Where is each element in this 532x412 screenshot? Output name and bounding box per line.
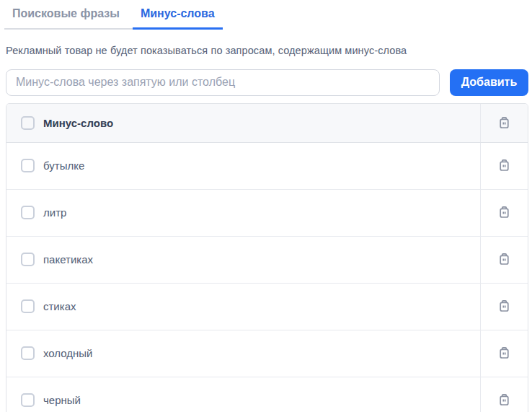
trash-icon bbox=[497, 346, 512, 361]
description-text: Рекламный товар не будет показываться по… bbox=[6, 45, 526, 56]
row-checkbox[interactable] bbox=[21, 253, 35, 266]
row-checkbox[interactable] bbox=[21, 206, 35, 219]
trash-icon bbox=[497, 252, 512, 267]
trash-icon bbox=[497, 205, 512, 220]
select-all-checkbox[interactable] bbox=[21, 116, 35, 130]
row-word: бутылке bbox=[43, 159, 84, 172]
row-word: литр bbox=[43, 206, 66, 219]
delete-row-button[interactable] bbox=[495, 391, 513, 409]
minus-words-input[interactable] bbox=[6, 69, 440, 96]
trash-icon bbox=[497, 299, 512, 314]
delete-row-button[interactable] bbox=[495, 203, 513, 222]
delete-row-button[interactable] bbox=[495, 250, 513, 268]
tab-search-phrases[interactable]: Поисковые фразы bbox=[4, 0, 128, 28]
trash-icon bbox=[497, 115, 512, 131]
delete-row-button[interactable] bbox=[495, 297, 513, 315]
table-row: стиках bbox=[6, 284, 528, 330]
row-word: пакетиках bbox=[43, 253, 93, 266]
trash-icon bbox=[497, 393, 512, 408]
table-header-row: Минус-слово bbox=[6, 104, 528, 143]
row-checkbox[interactable] bbox=[21, 346, 35, 360]
delete-row-button[interactable] bbox=[495, 344, 513, 362]
table-row: литр bbox=[6, 190, 528, 237]
delete-all-button[interactable] bbox=[495, 114, 513, 132]
delete-row-button[interactable] bbox=[495, 157, 513, 175]
tab-bar: Поисковые фразы Минус-слова bbox=[4, 0, 223, 30]
table-row: бутылке bbox=[6, 143, 528, 190]
row-word: стиках bbox=[43, 300, 76, 312]
input-row: Добавить bbox=[6, 69, 528, 96]
row-word: холодный bbox=[43, 347, 92, 359]
row-checkbox[interactable] bbox=[21, 393, 35, 407]
row-word: черный bbox=[43, 394, 81, 406]
minus-words-table: Минус-слово бутылке bbox=[6, 103, 528, 412]
row-checkbox[interactable] bbox=[21, 299, 35, 313]
table-row: черный bbox=[6, 377, 528, 412]
table-row: холодный bbox=[6, 330, 528, 377]
tab-minus-words[interactable]: Минус-слова bbox=[133, 0, 223, 30]
add-button[interactable]: Добавить bbox=[450, 69, 528, 96]
trash-icon bbox=[497, 158, 512, 173]
minus-words-panel: Поисковые фразы Минус-слова Рекламный то… bbox=[0, 0, 532, 412]
row-checkbox[interactable] bbox=[21, 159, 35, 172]
table-row: пакетиках bbox=[6, 237, 528, 284]
table-header-label: Минус-слово bbox=[43, 117, 113, 129]
